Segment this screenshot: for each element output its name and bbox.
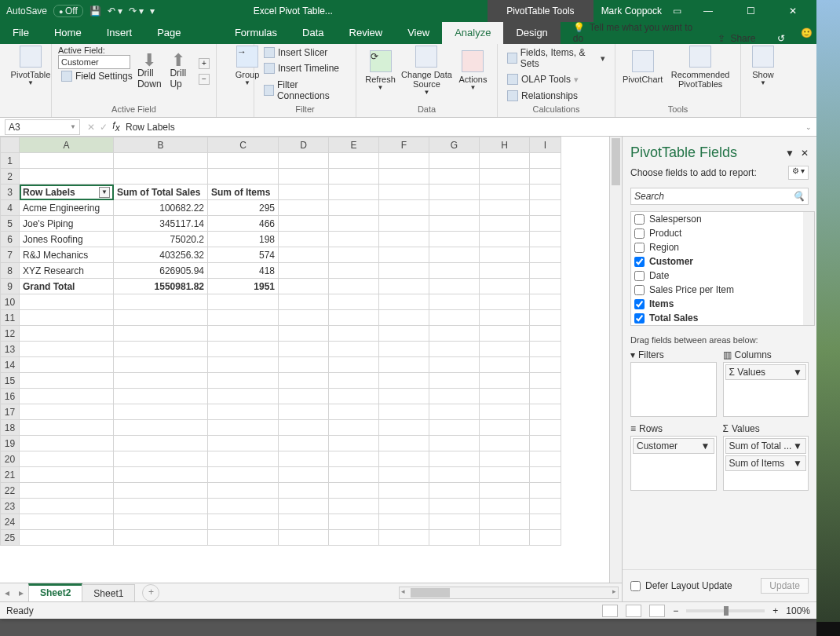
cell[interactable] [379, 373, 429, 389]
cell[interactable] [530, 294, 561, 310]
cell[interactable] [429, 263, 480, 279]
cell[interactable]: 466 [208, 216, 279, 232]
cell[interactable] [279, 436, 329, 451]
cell[interactable] [20, 404, 114, 420]
cell[interactable] [530, 279, 561, 294]
tab-home[interactable]: Home [42, 22, 94, 44]
qat-customize-icon[interactable]: ▾ [150, 5, 155, 16]
expand-formula-bar-icon[interactable]: ⌄ [801, 123, 816, 131]
cell[interactable]: 1951 [208, 279, 279, 294]
row-header[interactable]: 5 [1, 216, 20, 232]
cell[interactable] [279, 200, 329, 216]
fields-items-sets-button[interactable]: Fields, Items, & Sets ▾ [504, 46, 608, 71]
cell[interactable] [279, 373, 329, 389]
cell[interactable] [530, 200, 561, 216]
cell[interactable] [530, 153, 561, 169]
row-header[interactable]: 2 [1, 169, 20, 185]
row-header[interactable]: 1 [1, 153, 20, 169]
cell[interactable] [429, 279, 480, 294]
cell[interactable] [20, 294, 114, 310]
view-page-break-icon[interactable] [649, 605, 665, 617]
cell[interactable]: 1550981.82 [114, 279, 208, 294]
column-header[interactable]: B [114, 137, 208, 153]
cell[interactable] [530, 499, 561, 514]
tab-view[interactable]: View [395, 22, 442, 44]
cell[interactable] [429, 200, 480, 216]
cell[interactable] [208, 436, 279, 451]
cell[interactable] [480, 467, 530, 483]
cell[interactable] [480, 232, 530, 247]
cell[interactable] [480, 153, 530, 169]
vertical-scrollbar[interactable] [609, 137, 622, 583]
cell[interactable]: Joe's Piping [20, 216, 114, 232]
cell[interactable] [114, 169, 208, 185]
refresh-button[interactable]: ⟳Refresh▼ [363, 50, 398, 91]
column-header[interactable]: H [480, 137, 530, 153]
autosave-toggle[interactable]: ● Off [53, 5, 83, 17]
cell[interactable] [279, 530, 329, 546]
pivottable-button[interactable]: PivotTable▼ [6, 46, 55, 86]
spreadsheet-grid[interactable]: ABCDEFGHI123Row Labels▼Sum of Total Sale… [0, 137, 622, 583]
cell[interactable] [329, 216, 379, 232]
insert-timeline-button[interactable]: Insert Timeline [261, 61, 349, 75]
tell-me-input[interactable]: 💡Tell me what you want to do [561, 22, 707, 44]
cell[interactable] [114, 373, 208, 389]
zoom-slider[interactable] [686, 609, 765, 612]
cell[interactable] [480, 279, 530, 294]
sheet-nav-next-icon[interactable]: ▸ [14, 587, 28, 598]
cell[interactable] [379, 499, 429, 514]
cell[interactable] [379, 514, 429, 530]
cell[interactable] [329, 420, 379, 436]
column-header[interactable]: F [379, 137, 429, 153]
zoom-level[interactable]: 100% [786, 605, 810, 616]
cell[interactable] [279, 169, 329, 185]
cell[interactable] [114, 467, 208, 483]
cell[interactable] [379, 530, 429, 546]
cell[interactable] [114, 294, 208, 310]
cell[interactable] [379, 420, 429, 436]
cell[interactable] [429, 169, 480, 185]
row-header[interactable]: 8 [1, 263, 20, 279]
cell[interactable] [530, 263, 561, 279]
cell[interactable] [480, 499, 530, 514]
cell[interactable] [279, 263, 329, 279]
sheet-tab-other[interactable]: Sheet1 [82, 584, 135, 601]
row-header[interactable]: 4 [1, 200, 20, 216]
row-header[interactable]: 15 [1, 373, 20, 389]
cell[interactable] [114, 451, 208, 467]
row-header[interactable]: 25 [1, 530, 20, 546]
cell[interactable] [530, 467, 561, 483]
cell[interactable] [208, 357, 279, 373]
cell[interactable] [20, 514, 114, 530]
cell[interactable] [480, 451, 530, 467]
cell[interactable] [530, 342, 561, 357]
tab-insert[interactable]: Insert [94, 22, 145, 44]
cell[interactable]: Grand Total [20, 279, 114, 294]
collapse-icon[interactable]: − [199, 74, 210, 85]
cell[interactable] [379, 153, 429, 169]
close-button[interactable]: ✕ [777, 0, 809, 22]
cell[interactable] [279, 514, 329, 530]
cell[interactable] [429, 499, 480, 514]
cell[interactable] [114, 420, 208, 436]
cell[interactable] [480, 483, 530, 499]
cell[interactable] [429, 467, 480, 483]
zoom-out-icon[interactable]: − [673, 605, 678, 616]
cell[interactable] [329, 389, 379, 404]
cell[interactable] [114, 389, 208, 404]
cell[interactable] [208, 342, 279, 357]
cell[interactable] [379, 467, 429, 483]
tab-review[interactable]: Review [337, 22, 396, 44]
cell[interactable] [114, 404, 208, 420]
cell[interactable] [329, 436, 379, 451]
column-header[interactable]: G [429, 137, 480, 153]
field-row[interactable]: Product [631, 226, 814, 240]
cell[interactable] [20, 373, 114, 389]
cell[interactable]: Jones Roofing [20, 232, 114, 247]
cell[interactable] [480, 216, 530, 232]
cell[interactable] [279, 483, 329, 499]
view-page-layout-icon[interactable] [626, 605, 641, 617]
cell[interactable] [114, 499, 208, 514]
cell[interactable] [20, 420, 114, 436]
cell[interactable] [429, 342, 480, 357]
